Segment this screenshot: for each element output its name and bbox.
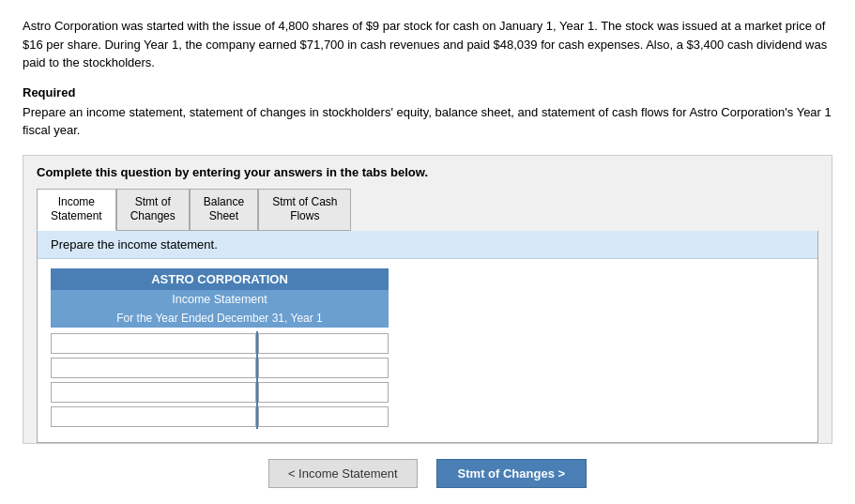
input-label-cell-4 [51,405,256,429]
corp-name-row: ASTRO CORPORATION [51,268,389,290]
next-button[interactable]: Stmt of Changes > [436,459,588,488]
tab-changes-label2: Changes [130,209,176,224]
tab-stmt-changes[interactable]: Stmt of Changes [116,189,190,231]
tab-income-label1: Income [51,195,102,210]
input-value-cell-4 [258,405,389,429]
question-box-header: Complete this question by entering your … [37,165,818,179]
table-row [51,331,389,356]
input-label-1[interactable] [51,333,256,354]
tab-instruction: Prepare the income statement. [38,231,817,259]
question-box: Complete this question by entering your … [23,155,832,444]
input-value-cell-1 [258,331,389,356]
input-value-cell-3 [258,380,389,405]
input-value-2[interactable] [258,358,389,378]
input-value-3[interactable] [258,382,389,403]
tab-content-area: Prepare the income statement. ASTRO CORP… [37,231,818,443]
tab-income-label2: Statement [51,209,102,224]
corp-name: ASTRO CORPORATION [51,268,389,290]
input-label-cell-3 [51,380,256,405]
tab-cash-label2: Flows [272,209,337,224]
nav-buttons: < Income Statement Stmt of Changes > [23,444,832,497]
prev-button[interactable]: < Income Statement [268,459,418,488]
table-row [51,380,389,405]
table-row [51,356,389,380]
tab-changes-label1: Stmt of [130,195,176,210]
intro-text: Astro Corporation was started with the i… [23,17,832,72]
tab-balance-label2: Sheet [204,209,244,224]
input-label-2[interactable] [51,358,256,378]
required-desc: Prepare an income statement, statement o… [23,103,832,140]
form-area: ASTRO CORPORATION Income Statement For t… [38,259,817,442]
input-value-1[interactable] [258,333,389,354]
input-rows-table [51,331,389,429]
input-label-4[interactable] [51,406,256,427]
input-value-cell-2 [258,356,389,380]
input-label-3[interactable] [51,382,256,403]
input-label-cell-1 [51,331,256,356]
tabs-row: Income Statement Stmt of Changes Balance… [37,189,818,231]
corp-date: For the Year Ended December 31, Year 1 [51,309,389,328]
input-value-4[interactable] [258,406,389,427]
table-row [51,405,389,429]
tab-balance-label1: Balance [204,195,244,210]
required-label: Required [23,85,832,99]
corp-date-row: For the Year Ended December 31, Year 1 [51,309,389,328]
corp-subtitle-row: Income Statement [51,290,389,309]
tab-cash-label1: Stmt of Cash [272,195,337,210]
corp-subtitle: Income Statement [51,290,389,309]
tab-stmt-cash[interactable]: Stmt of Cash Flows [258,189,351,231]
input-label-cell-2 [51,356,256,380]
tab-income-statement[interactable]: Income Statement [37,189,116,231]
corp-header-table: ASTRO CORPORATION Income Statement For t… [51,268,389,328]
tab-balance-sheet[interactable]: Balance Sheet [190,189,258,231]
